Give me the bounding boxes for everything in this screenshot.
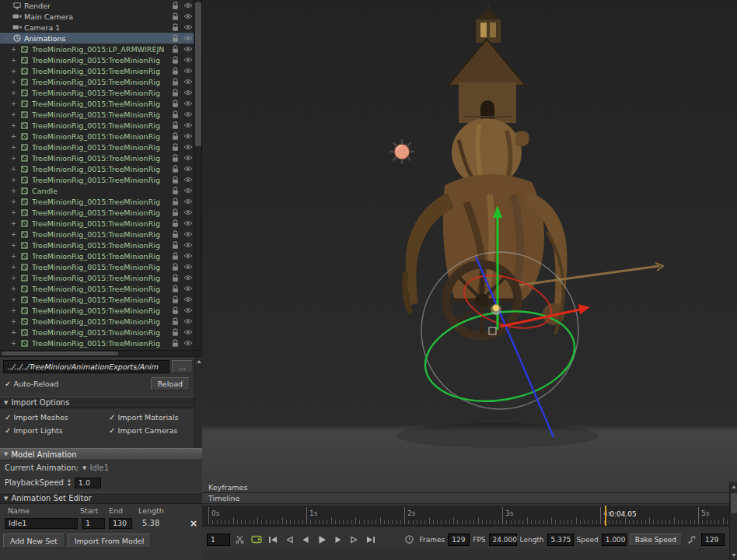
eye-icon[interactable] <box>183 13 193 19</box>
step-forward-button[interactable] <box>331 533 344 546</box>
lock-icon[interactable] <box>170 34 180 43</box>
eye-icon[interactable] <box>183 68 193 74</box>
eye-icon[interactable] <box>183 166 193 172</box>
tree-row[interactable]: +TreeMinionRig_0015:TreeMinionRig <box>0 250 194 261</box>
scrollbar-thumb[interactable] <box>731 493 737 513</box>
tree-row[interactable]: +TreeMinionRig_0015:TreeMinionRig <box>0 207 194 218</box>
tree-row[interactable]: +TreeMinionRig_0015:TreeMinionRig <box>0 109 194 120</box>
skip-to-start-button[interactable] <box>266 533 279 546</box>
expander-icon[interactable]: - <box>2 35 9 42</box>
playback-speed-stepper[interactable]: ▲ ▼ <box>68 478 71 487</box>
expander-icon[interactable]: + <box>10 285 17 292</box>
tree-row[interactable]: +TreeMinionRig_0015:TreeMinionRig <box>0 152 194 163</box>
import-panel-scrollbar[interactable] <box>194 357 202 448</box>
browse-button[interactable]: ... <box>172 360 193 373</box>
tree-row[interactable]: Camera 1 <box>0 22 194 33</box>
eye-icon[interactable] <box>183 285 193 292</box>
timeline-bar[interactable]: Timeline <box>202 493 729 504</box>
fps-field[interactable]: 24.000 <box>489 534 517 546</box>
lock-icon[interactable] <box>170 306 180 315</box>
scrollbar-thumb[interactable] <box>2 352 118 355</box>
eye-icon[interactable] <box>183 57 193 63</box>
lock-icon[interactable] <box>170 339 180 348</box>
eye-icon[interactable] <box>183 242 193 248</box>
timeline-ruler[interactable]: 0s1s2s3s4s5s0:04.05 <box>202 506 729 527</box>
expander-icon[interactable]: + <box>10 155 17 162</box>
expander-icon[interactable]: + <box>10 253 17 260</box>
import-meshes-checkbox[interactable]: ✓ Import Meshes <box>5 413 109 422</box>
lock-icon[interactable] <box>170 296 180 304</box>
eye-icon[interactable] <box>183 231 193 237</box>
eye-icon[interactable] <box>183 209 193 215</box>
expander-icon[interactable]: + <box>10 307 17 314</box>
timeline-scrollbar[interactable] <box>729 482 737 560</box>
lock-icon[interactable] <box>170 198 180 206</box>
delete-set-button[interactable]: × <box>190 519 197 528</box>
lock-icon[interactable] <box>170 78 180 86</box>
eye-icon[interactable] <box>183 220 193 226</box>
skip-to-end-button[interactable] <box>364 533 377 546</box>
lock-icon[interactable] <box>170 67 180 75</box>
add-new-set-button[interactable]: Add New Set <box>3 534 65 548</box>
tree-row[interactable]: +TreeMinionRig_0015:TreeMinionRig <box>0 87 194 98</box>
viewport-3d[interactable] <box>202 0 737 482</box>
tree-row[interactable]: Render <box>0 0 194 11</box>
lock-icon[interactable] <box>170 143 180 152</box>
lock-icon[interactable] <box>170 208 180 217</box>
expander-icon[interactable]: + <box>10 198 17 205</box>
playback-speed-field[interactable]: 1.0 <box>75 478 101 488</box>
expander-icon[interactable]: + <box>10 79 17 86</box>
keyframes-bar[interactable]: Keyframes <box>202 482 729 493</box>
expander-icon[interactable]: + <box>10 275 17 282</box>
previous-keyframe-button[interactable] <box>282 533 295 546</box>
speed-field[interactable]: 1.000 <box>602 534 627 546</box>
model-animation-header[interactable]: ▼ Model Animation <box>0 448 202 460</box>
eye-icon[interactable] <box>183 318 193 324</box>
play-button[interactable] <box>315 533 328 546</box>
lock-icon[interactable] <box>170 165 180 173</box>
outliner-vertical-scrollbar[interactable] <box>194 0 201 350</box>
expander-icon[interactable]: + <box>10 122 17 129</box>
expander-icon[interactable]: + <box>10 166 17 173</box>
scrollbar-thumb[interactable] <box>195 2 201 146</box>
expander-icon[interactable]: + <box>10 133 17 140</box>
lock-icon[interactable] <box>170 317 180 326</box>
import-materials-checkbox[interactable]: ✓ Import Materials <box>109 413 194 422</box>
frames-field[interactable]: 129 <box>448 534 470 546</box>
eye-icon[interactable] <box>183 111 193 117</box>
expander-icon[interactable]: + <box>10 209 17 216</box>
expander-icon[interactable]: + <box>10 57 17 64</box>
expander-icon[interactable]: + <box>10 231 17 238</box>
expander-icon[interactable]: + <box>10 100 17 107</box>
import-options-header[interactable]: ▼ Import Options <box>0 397 194 408</box>
lock-icon[interactable] <box>170 252 180 261</box>
tree-row[interactable]: Main Camera <box>0 11 194 22</box>
expander-icon[interactable]: + <box>10 340 17 347</box>
expander-icon[interactable]: + <box>10 144 17 151</box>
set-name-field[interactable]: Idle1 <box>5 518 78 529</box>
tree-row[interactable]: +TreeMinionRig_0015:TreeMinionRig <box>0 305 194 316</box>
reload-button[interactable]: Reload <box>151 377 190 390</box>
current-frame-field[interactable]: 1 <box>207 534 230 546</box>
expander-icon[interactable]: + <box>10 111 17 118</box>
next-keyframe-button[interactable] <box>348 533 361 546</box>
eye-icon[interactable] <box>183 177 193 183</box>
tree-row[interactable]: +TreeMinionRig_0015:TreeMinionRig <box>0 54 194 65</box>
lock-icon[interactable] <box>170 328 180 337</box>
wrench-icon[interactable] <box>685 533 698 546</box>
sun-light-gizmo[interactable] <box>389 139 414 164</box>
lock-icon[interactable] <box>170 176 180 184</box>
3d-scene[interactable] <box>202 0 737 482</box>
tree-row[interactable]: +TreeMinionRig_0015:TreeMinionRig <box>0 338 194 348</box>
tree-row[interactable]: +TreeMinionRig_0015:TreeMinionRig <box>0 120 194 131</box>
eye-icon[interactable] <box>183 35 193 41</box>
eye-icon[interactable] <box>183 187 193 194</box>
eye-icon[interactable] <box>183 329 193 335</box>
lock-icon[interactable] <box>170 154 180 163</box>
eye-icon[interactable] <box>183 133 193 139</box>
lock-icon[interactable] <box>170 241 180 250</box>
tree-row[interactable]: +TreeMinionRig_0015:TreeMinionRig <box>0 294 194 305</box>
tree-row[interactable]: +TreeMinionRig_0015:TreeMinionRig <box>0 196 194 207</box>
lock-icon[interactable] <box>170 274 180 282</box>
lock-icon[interactable] <box>170 187 180 195</box>
